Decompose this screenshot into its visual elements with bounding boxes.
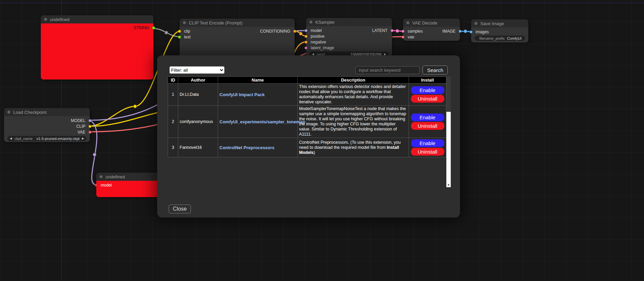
wire-dot — [396, 29, 399, 33]
model-input-port[interactable] — [95, 183, 98, 187]
output-label-latent: LATENT — [372, 28, 387, 33]
canvas-axis-horizontal — [0, 3, 644, 3]
slot-row: CLIP — [4, 123, 90, 129]
slot-row: clip CONDITIONING — [180, 28, 295, 34]
image-output-port[interactable] — [459, 30, 462, 33]
positive-input-port[interactable] — [304, 35, 308, 38]
wire-model-to-undefined — [90, 120, 97, 185]
scrollbar-thumb[interactable] — [446, 76, 451, 112]
filename-prefix-widget[interactable]: filename_prefix ComfyUI — [475, 36, 525, 41]
node-load-checkpoint[interactable]: Load Checkpoint MODEL CLIP VAE ◀ ckpt_na… — [4, 108, 90, 142]
string-output-port[interactable] — [152, 26, 155, 29]
cell-id: 3 — [168, 138, 178, 157]
extension-link[interactable]: ControlNet Preprocessors — [219, 145, 275, 150]
cell-name: ComfyUI Impact Pack — [218, 84, 298, 106]
cell-author: Dr.Lt.Data — [178, 84, 218, 106]
close-button[interactable]: Close — [169, 205, 191, 213]
filename-prefix-value: ComfyUI — [507, 36, 522, 40]
input-label-images: images — [476, 30, 489, 34]
ckpt-name-widget[interactable]: ◀ ckpt_name v1-5-pruned-emaonly.ckpt ▶ — [7, 136, 86, 141]
input-label-vae: vae — [408, 35, 414, 39]
conditioning-output-port[interactable] — [293, 30, 296, 33]
output-label-vae: VAE — [78, 130, 85, 135]
node-undefined-top[interactable]: undefined STRING — [41, 15, 153, 80]
negative-input-port[interactable] — [304, 40, 308, 43]
uninstall-button[interactable]: Uninstall — [411, 148, 444, 156]
search-input[interactable] — [356, 66, 419, 74]
scrollbar[interactable]: ▼ — [446, 76, 451, 187]
clip-input-port[interactable] — [178, 30, 181, 33]
header-description: Description — [298, 77, 409, 84]
enable-button[interactable]: Enable — [411, 86, 444, 94]
uninstall-button[interactable]: Uninstall — [411, 122, 444, 130]
input-label-model: model — [311, 28, 322, 33]
input-label-negative: negative — [311, 40, 326, 45]
slot-row: negative — [306, 39, 392, 45]
vae-input-port[interactable] — [401, 35, 404, 38]
uninstall-button[interactable]: Uninstall — [411, 95, 444, 103]
collapse-dot-icon[interactable] — [99, 175, 103, 178]
slot-row: model LATENT — [306, 28, 392, 33]
slot-row: latent_image — [306, 45, 392, 51]
search-button[interactable]: Search — [423, 66, 448, 74]
node-title-bar[interactable]: undefined — [41, 15, 153, 23]
prev-arrow-icon[interactable]: ◀ — [10, 137, 12, 140]
node-title-bar[interactable]: VAE Decode — [403, 19, 460, 27]
cell-id: 2 — [168, 106, 178, 138]
node-save-image[interactable]: Save Image images filename_prefix ComfyU… — [471, 19, 528, 42]
node-title: CLIP Text Encode (Prompt) — [189, 20, 243, 25]
node-title-bar[interactable]: Save Image — [471, 19, 528, 28]
enable-button[interactable]: Enable — [411, 113, 444, 121]
node-title-bar[interactable]: KSampler — [306, 18, 392, 26]
node-title: undefined — [105, 174, 125, 179]
collapse-dot-icon[interactable] — [309, 20, 313, 24]
table-row: 3 Fannovel16 ControlNet Preprocessors Co… — [168, 138, 446, 157]
node-body: clip CONDITIONING text — [180, 27, 295, 42]
extensions-table: ID Author Name Description Install 1 Dr.… — [168, 76, 446, 157]
model-input-port[interactable] — [304, 29, 308, 32]
header-name: Name — [218, 77, 298, 84]
extension-link[interactable]: ComfyUI Impact Pack — [219, 92, 265, 97]
slot-row: text — [180, 34, 295, 40]
node-title: Load Checkpoint — [13, 110, 47, 115]
filter-select[interactable]: Filter: all — [169, 66, 225, 74]
node-title: undefined — [50, 17, 69, 22]
wire-dot — [464, 30, 467, 33]
scroll-down-icon[interactable]: ▼ — [446, 183, 451, 187]
table-header-row: ID Author Name Description Install — [168, 77, 446, 84]
node-vae-decode[interactable]: VAE Decode samples IMAGE vae — [403, 19, 460, 41]
header-id: ID — [168, 77, 178, 84]
input-label-model: model — [101, 183, 112, 188]
model-output-port[interactable] — [88, 119, 92, 122]
cell-author: comfyanonymous — [178, 106, 218, 138]
clip-output-port[interactable] — [88, 125, 92, 128]
collapse-dot-icon[interactable] — [44, 18, 47, 21]
wire-dot — [299, 32, 302, 35]
latent-output-port[interactable] — [391, 29, 394, 32]
collapse-dot-icon[interactable] — [7, 110, 11, 114]
node-body-error: STRING — [41, 23, 153, 80]
extension-link[interactable]: ComfyUI_experiments/sampler_tonemap — [219, 119, 305, 124]
collapse-dot-icon[interactable] — [474, 22, 478, 25]
next-arrow-icon[interactable]: ▶ — [82, 137, 84, 140]
wire-string-to-text — [153, 29, 180, 37]
collapse-dot-icon[interactable] — [406, 21, 410, 24]
node-title-bar[interactable]: CLIP Text Encode (Prompt) — [180, 19, 295, 27]
output-label-conditioning: CONDITIONING — [260, 29, 290, 34]
node-title-bar[interactable]: Load Checkpoint — [4, 108, 90, 116]
header-install: Install — [409, 77, 446, 84]
node-body: samples IMAGE vae — [403, 27, 460, 42]
slot-row: vae — [403, 34, 460, 40]
node-graph-canvas[interactable]: undefined STRING CLIP Text Encode (Promp… — [0, 0, 644, 281]
vae-output-port[interactable] — [88, 130, 92, 134]
enable-button[interactable]: Enable — [411, 139, 444, 147]
latent-image-input-port[interactable] — [304, 46, 308, 49]
node-title: VAE Decode — [412, 20, 437, 25]
collapse-dot-icon[interactable] — [183, 21, 186, 24]
images-input-port[interactable] — [469, 30, 473, 33]
manager-dialog: Filter: all Search ID Author Name Descri… — [157, 55, 460, 217]
ckpt-name-value: v1-5-pruned-emaonly.ckpt — [36, 137, 80, 141]
text-input-port[interactable] — [178, 35, 181, 38]
samples-input-port[interactable] — [401, 30, 404, 33]
cell-description: ModelSamplerTonemapNoiseTest a node that… — [298, 106, 409, 138]
